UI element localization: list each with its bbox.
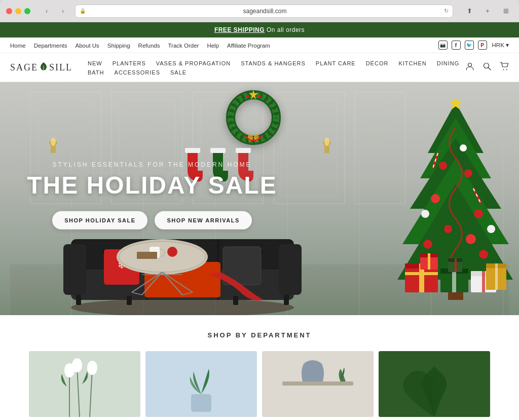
cart-button[interactable] [500, 62, 509, 73]
search-button[interactable] [483, 62, 492, 73]
shop-holiday-sale-button[interactable]: SHOP HOLIDAY SALE [52, 211, 147, 230]
dept-card-1[interactable] [29, 351, 140, 417]
logo-text-sill: SILL [49, 62, 72, 73]
browser-action-buttons: ⬆ + ⊞ [462, 6, 513, 17]
close-button[interactable] [6, 8, 12, 14]
svg-rect-92 [76, 295, 81, 305]
instagram-icon[interactable]: 📷 [438, 41, 448, 50]
share-button[interactable]: ⬆ [462, 6, 476, 17]
nav-item-plant-care[interactable]: PLANT CARE [311, 58, 361, 67]
nav-item-decor[interactable]: DÉCOR [361, 58, 394, 67]
svg-point-97 [119, 242, 205, 272]
svg-point-44 [439, 162, 447, 170]
dept-card-2-image [145, 351, 257, 417]
logo-text-sage: SAGE [10, 62, 38, 73]
svg-rect-120 [191, 394, 211, 412]
lock-icon: 🔒 [80, 8, 86, 14]
svg-rect-111 [236, 148, 251, 153]
nav-item-stands[interactable]: STANDS & HANGERS [236, 58, 311, 67]
svg-point-45 [464, 169, 472, 177]
twitter-icon[interactable]: 🐦 [465, 41, 474, 50]
account-button[interactable] [465, 62, 474, 73]
facebook-icon[interactable]: f [452, 41, 461, 50]
grid-button[interactable]: ⊞ [499, 6, 513, 17]
utility-nav-item-affiliate[interactable]: Affiliate Program [227, 41, 270, 50]
dept-card-3-image [262, 351, 374, 417]
svg-rect-110 [210, 148, 226, 153]
address-bar[interactable]: 🔒 sageandsill.com ↻ [75, 5, 453, 18]
svg-rect-95 [233, 296, 238, 305]
svg-rect-58 [405, 272, 438, 275]
coffee-table [112, 234, 213, 300]
dept-card-4[interactable] [379, 351, 490, 417]
department-grid [10, 351, 509, 417]
utility-nav: Home Departments About Us Shipping Refun… [0, 37, 519, 53]
utility-nav-item-refunds[interactable]: Refunds [138, 41, 160, 50]
svg-line-102 [132, 292, 142, 295]
svg-rect-67 [428, 253, 430, 270]
new-tab-button[interactable]: + [480, 6, 495, 17]
svg-point-1 [468, 63, 472, 67]
dept-card-2[interactable] [145, 351, 257, 417]
currency-selector[interactable]: HRK ▾ [492, 42, 509, 49]
nav-item-sale[interactable]: SALE [165, 67, 192, 77]
maximize-button[interactable] [24, 8, 30, 14]
svg-point-27 [246, 95, 249, 98]
svg-point-47 [474, 209, 483, 218]
url-text: sageandsill.com [89, 8, 441, 15]
svg-point-117 [72, 358, 82, 372]
utility-nav-item-about[interactable]: About Us [76, 41, 99, 50]
main-nav-links: NEW PLANTERS VASES & PROPAGATION STANDS … [83, 58, 465, 77]
nav-item-accessories[interactable]: ACCESSORIES [109, 67, 165, 77]
svg-rect-77 [63, 244, 86, 295]
nav-item-new[interactable]: NEW [83, 58, 107, 67]
utility-nav-item-help[interactable]: Help [207, 41, 219, 50]
right-sconce-icon [319, 133, 335, 158]
svg-rect-107 [137, 252, 157, 259]
svg-point-118 [87, 361, 97, 375]
top-banner: FREE SHIPPING On all orders [0, 22, 519, 37]
shop-new-arrivals-button[interactable]: SHOP NEW ARRIVALS [155, 211, 251, 230]
utility-nav-item-shipping[interactable]: Shipping [107, 41, 130, 50]
svg-point-4 [503, 69, 504, 70]
svg-rect-73 [495, 263, 498, 290]
svg-point-21 [324, 138, 329, 146]
gift-boxes [400, 244, 511, 305]
svg-rect-109 [185, 148, 200, 153]
svg-point-49 [466, 234, 476, 244]
browser-titlebar: ‹ › 🔒 sageandsill.com ↻ ⬆ + ⊞ [0, 0, 519, 22]
nav-item-vases[interactable]: VASES & PROPAGATION [151, 58, 236, 67]
svg-point-5 [506, 69, 507, 70]
utility-nav-item-track[interactable]: Track Order [168, 41, 199, 50]
dept-card-3[interactable] [262, 351, 374, 417]
svg-rect-112 [29, 351, 140, 417]
svg-rect-78 [279, 244, 302, 295]
svg-rect-64 [482, 271, 485, 292]
svg-point-46 [431, 194, 440, 203]
browser-window: ‹ › 🔒 sageandsill.com ↻ ⬆ + ⊞ FREE SHIPP… [0, 0, 519, 420]
utility-nav-right: 📷 f 🐦 P HRK ▾ [438, 41, 509, 50]
hero-section: ❄ [0, 82, 519, 315]
nav-item-bath[interactable]: BATH [83, 67, 109, 77]
svg-point-53 [421, 210, 429, 218]
svg-point-108 [167, 247, 177, 257]
nav-item-kitchen[interactable]: KITCHEN [393, 58, 431, 67]
logo-leaf-icon [40, 62, 47, 73]
svg-point-26 [258, 95, 261, 98]
pinterest-icon[interactable]: P [478, 41, 487, 50]
refresh-icon[interactable]: ↻ [444, 8, 449, 14]
utility-nav-item-home[interactable]: Home [10, 41, 26, 50]
svg-rect-70 [455, 258, 457, 272]
minimize-button[interactable] [15, 8, 21, 14]
nav-item-planters[interactable]: PLANTERS [107, 58, 151, 67]
browser-back-button[interactable]: ‹ [40, 6, 54, 17]
christmas-wreath [223, 87, 284, 148]
site-logo[interactable]: SAGE SILL [10, 62, 72, 73]
hero-title: THE HOLIDAY SALE [25, 172, 279, 199]
browser-forward-button[interactable]: › [56, 6, 70, 17]
hero-subtitle: STYLISH ESSENTIALS FOR THE MODERN HOME [25, 161, 279, 168]
shop-dept-title: SHOP BY DEPARTMENT [10, 331, 509, 339]
nav-item-dining[interactable]: DINING [432, 58, 465, 67]
svg-point-18 [51, 138, 56, 146]
utility-nav-item-departments[interactable]: Departments [34, 41, 67, 50]
